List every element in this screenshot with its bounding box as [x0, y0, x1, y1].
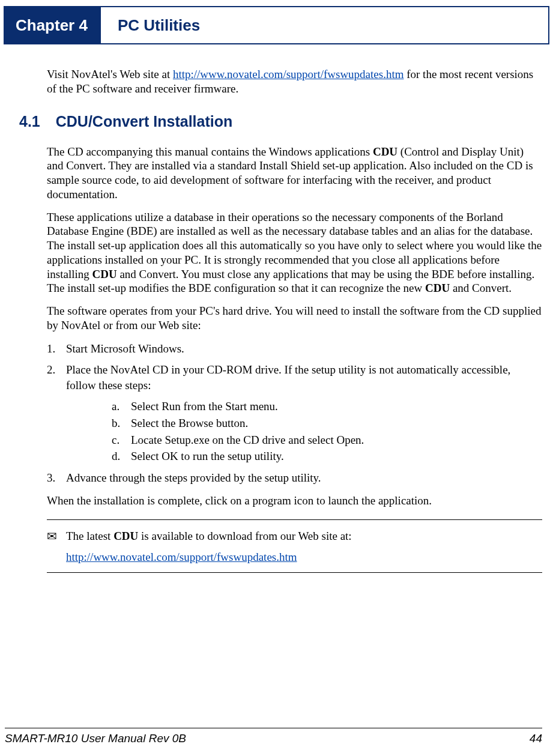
envelope-icon: ✉ — [47, 528, 66, 545]
section-title: CDU/Convert Installation — [56, 113, 232, 130]
text: The latest — [66, 530, 113, 542]
text-bold: CDU — [113, 530, 138, 542]
footer-doc-title: SMART-MR10 User Manual Rev 0B — [5, 732, 186, 745]
chapter-title: PC Utilities — [101, 7, 548, 43]
step-number: 1. — [47, 341, 66, 357]
text: and Convert. — [450, 282, 512, 294]
substep-letter: c. — [112, 432, 131, 448]
chapter-header: Chapter 4 PC Utilities — [4, 6, 549, 44]
intro-paragraph: Visit NovAtel's Web site at http://www.n… — [47, 67, 542, 96]
page-content: Visit NovAtel's Web site at http://www.n… — [0, 44, 553, 573]
body-paragraph-3: The software operates from your PC's har… — [47, 304, 542, 333]
download-link[interactable]: http://www.novatel.com/support/fwswupdat… — [66, 551, 297, 563]
section-number: 4.1 — [19, 113, 40, 130]
footer-page-number: 44 — [530, 732, 542, 745]
section-heading: 4.1 CDU/Convert Installation — [19, 113, 542, 130]
page-footer: SMART-MR10 User Manual Rev 0B 44 — [5, 728, 542, 745]
install-steps-list: 1. Start Microsoft Windows. 2. Place the… — [47, 341, 542, 486]
substep-text: Locate Setup.exe on the CD drive and sel… — [131, 432, 364, 448]
note-block: ✉ The latest CDU is available to downloa… — [47, 519, 542, 573]
chapter-label: Chapter 4 — [5, 7, 101, 43]
note-row: ✉ The latest CDU is available to downloa… — [47, 528, 542, 545]
list-item: b. Select the Browse button. — [112, 416, 542, 431]
list-item: 3. Advance through the steps provided by… — [47, 470, 542, 486]
substep-text: Select Run from the Start menu. — [131, 399, 278, 414]
completion-paragraph: When the installation is complete, click… — [47, 494, 542, 507]
list-item: 1. Start Microsoft Windows. — [47, 341, 542, 357]
substep-text: Select OK to run the setup utility. — [131, 449, 284, 464]
text-bold: CDU — [92, 268, 116, 280]
sub-steps-list: a. Select Run from the Start menu. b. Se… — [112, 399, 542, 464]
step-text: Start Microsoft Windows. — [66, 341, 184, 357]
text-bold: CDU — [425, 282, 450, 294]
substep-letter: b. — [112, 416, 131, 431]
firmware-updates-link[interactable]: http://www.novatel.com/support/fwswupdat… — [173, 68, 404, 80]
step-number: 3. — [47, 470, 66, 486]
note-text: The latest CDU is available to download … — [66, 528, 542, 545]
list-item: d. Select OK to run the setup utility. — [112, 449, 542, 464]
text: The CD accompanying this manual contains… — [47, 145, 373, 158]
step-text: Place the NovAtel CD in your CD-ROM driv… — [66, 362, 542, 393]
note-link-line: http://www.novatel.com/support/fwswupdat… — [66, 551, 542, 564]
substep-letter: a. — [112, 399, 131, 414]
list-item: 2. Place the NovAtel CD in your CD-ROM d… — [47, 362, 542, 393]
substep-letter: d. — [112, 449, 131, 464]
intro-text-pre: Visit NovAtel's Web site at — [47, 68, 173, 80]
step-number: 2. — [47, 362, 66, 393]
list-item: c. Locate Setup.exe on the CD drive and … — [112, 432, 542, 448]
body-paragraph-2: These applications utilize a database in… — [47, 210, 542, 296]
text-bold: CDU — [373, 145, 397, 158]
body-paragraph-1: The CD accompanying this manual contains… — [47, 145, 542, 202]
list-item: a. Select Run from the Start menu. — [112, 399, 542, 414]
substep-text: Select the Browse button. — [131, 416, 248, 431]
step-text: Advance through the steps provided by th… — [66, 470, 321, 486]
text: is available to download from our Web si… — [138, 530, 351, 542]
